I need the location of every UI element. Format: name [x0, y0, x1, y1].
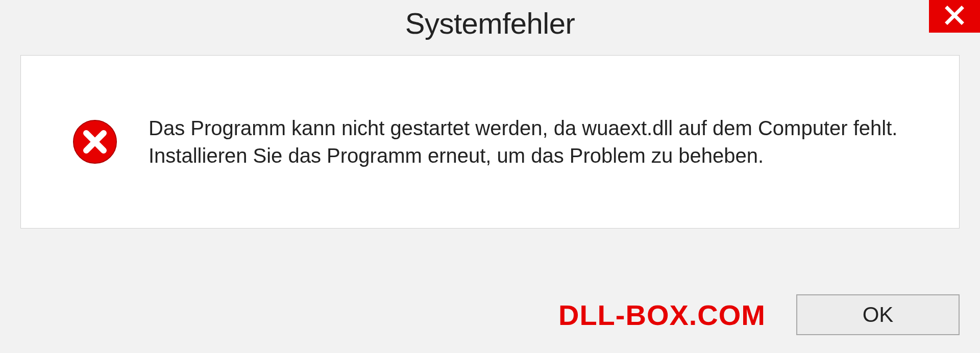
watermark-text: DLL-BOX.COM: [558, 298, 766, 332]
close-icon: [944, 5, 965, 28]
ok-button-label: OK: [863, 302, 894, 327]
error-icon: [72, 119, 118, 165]
ok-button[interactable]: OK: [796, 294, 960, 335]
content-panel: Das Programm kann nicht gestartet werden…: [20, 55, 960, 229]
dialog-title: Systemfehler: [405, 6, 575, 40]
close-button[interactable]: [929, 0, 980, 33]
error-message: Das Programm kann nicht gestartet werden…: [149, 114, 923, 169]
dialog-header: Systemfehler: [0, 0, 980, 46]
dialog-footer: DLL-BOX.COM OK: [0, 294, 980, 335]
